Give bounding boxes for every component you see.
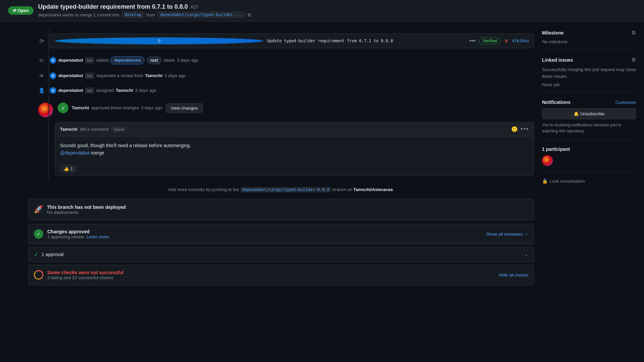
pr-title: Update typed-builder requirement from 0.… — [38, 3, 188, 10]
partial-circle-icon — [34, 270, 43, 280]
learn-more-link[interactable]: Learn more. — [87, 234, 110, 239]
approve-action: approved these changes — [91, 105, 139, 111]
milestone-title: Milestone — [542, 30, 564, 36]
dependabot-avatar-review: D — [50, 72, 56, 79]
approve-time: 3 days ago — [141, 105, 162, 111]
participant-avatar — [542, 155, 553, 166]
verified-badge: Verified — [479, 38, 501, 44]
eye-icon: 👁 — [39, 73, 44, 79]
notifications-section: Notifications Customize 🔔 Unsubscribe Yo… — [542, 100, 636, 140]
deploy-status-text: This branch has not been deployed No dep… — [47, 204, 126, 215]
comment-line2: @dependabot merge — [60, 149, 529, 157]
linked-issues-section: Linked issues ⚙ Successfully merging thi… — [542, 57, 636, 93]
push-period: . — [393, 187, 394, 192]
approve-check-icon: ✓ — [58, 103, 68, 113]
owner-badge: Owner — [111, 127, 127, 132]
review-action: requested a review from — [96, 72, 143, 79]
unsubscribe-button[interactable]: 🔔 Unsubscribe — [542, 108, 636, 119]
participants-title: 1 participant — [542, 146, 636, 152]
comment-merge-word: merge — [91, 150, 104, 156]
hide-all-checks-link[interactable]: Hide all checks — [499, 273, 528, 278]
lock-label: Lock conversation — [550, 179, 585, 184]
changes-approved-title: Changes approved — [47, 229, 482, 234]
milestone-gear-icon[interactable]: ⚙ — [631, 29, 636, 36]
checks-failing-row: Some checks were not successful 3 failin… — [28, 265, 534, 285]
notif-header: Notifications Customize — [542, 100, 636, 105]
deploy-title: This branch has not been deployed — [47, 204, 126, 210]
comment-footer: 👍 1 — [55, 162, 534, 175]
commit-row: ⟳ D Update typed-builder requirement fro… — [28, 29, 534, 52]
label-dependencies[interactable]: dependencies — [110, 56, 145, 64]
review-bot-badge: bot — [85, 73, 94, 79]
deploy-subtitle: No deployments — [47, 210, 126, 215]
label-icon: 🏷 — [39, 58, 44, 63]
review-author[interactable]: dependabot — [58, 72, 83, 79]
commit-block: D Update typed-builder requirement from … — [50, 34, 534, 48]
approved-check-icon: ✓ — [34, 229, 43, 239]
customize-link[interactable]: Customize — [615, 100, 636, 105]
dependabot-avatar-commit: D — [55, 37, 264, 45]
checks-failing-header: Some checks were not successful 3 failin… — [29, 265, 534, 285]
checks-failing-subtitle: 3 failing and 32 successful checks — [47, 275, 123, 280]
lock-icon: 🔒 — [542, 178, 548, 184]
commit-dots[interactable]: ••• — [469, 38, 476, 45]
chevron-down-icon[interactable]: ⌄ — [524, 252, 528, 257]
checks-failing-text: Some checks were not successful 3 failin… — [47, 270, 123, 280]
from-text: from — [147, 12, 155, 17]
changes-approved-subtitle: 1 approving review Learn more. — [47, 234, 482, 239]
label-time: 3 days ago — [177, 57, 199, 64]
approve-author[interactable]: Tamschi — [72, 105, 89, 111]
review-request-row: 👁 D dependabot bot requested a review fr… — [28, 68, 534, 83]
commit-hash[interactable]: 4fe24ea — [512, 39, 529, 43]
emoji-icon[interactable]: 🙂 — [511, 126, 518, 132]
changes-approved-row: ✓ Changes approved 1 approving review Le… — [28, 224, 534, 244]
assign-time: 3 days ago — [135, 87, 157, 94]
comment-action: left a comment — [80, 127, 109, 132]
rocket-icon: 🚀 — [34, 205, 43, 214]
thumbsup-reaction[interactable]: 👍 1 — [60, 165, 76, 173]
approve-text: Tamschi approved these changes 3 days ag… — [72, 105, 162, 111]
notifications-title: Notifications — [542, 100, 571, 105]
assign-author[interactable]: dependabot — [58, 87, 83, 94]
main-layout: ⟳ D Update typed-builder requirement fro… — [0, 21, 644, 297]
push-text-before: Add more commits by pushing to the — [168, 187, 239, 192]
push-branch[interactable]: dependabot/cargo/typed-builder-0.8.0 — [240, 187, 331, 192]
comment-mention[interactable]: @dependabot — [60, 150, 90, 156]
comment-author[interactable]: Tamschi — [60, 127, 77, 132]
copy-icon[interactable]: ⧉ — [248, 12, 251, 18]
review-request-text: dependabot bot requested a review from T… — [58, 72, 186, 79]
push-info: Add more commits by pushing to the depen… — [28, 180, 534, 195]
review-reviewer[interactable]: Tamschi — [145, 72, 162, 79]
changes-approved-header: ✓ Changes approved 1 approving review Le… — [29, 224, 534, 244]
lock-conversation[interactable]: 🔒 Lock conversation — [542, 178, 636, 184]
comment-body: Sounds good, though this'll need a rebas… — [55, 136, 534, 162]
comment-block: Tamschi left a comment Owner 🙂 ••• Sound… — [55, 122, 534, 176]
view-changes-button[interactable]: View changes — [166, 103, 203, 113]
open-badge: ⇄ Open — [8, 6, 34, 15]
label-rust[interactable]: rust — [147, 56, 162, 64]
linked-issues-title: Linked issues — [542, 57, 573, 63]
assign-action: assigned — [96, 87, 114, 94]
milestone-section: Milestone ⚙ No milestone — [542, 29, 636, 50]
assign-bot-badge: bot — [85, 87, 94, 94]
approval-check-icon: ✓ — [34, 251, 38, 258]
push-repo[interactable]: Tamschi/Asteracea — [353, 187, 393, 192]
linked-issues-gear-icon[interactable]: ⚙ — [631, 57, 636, 63]
label-word: labels — [164, 57, 175, 64]
sidebar: Milestone ⚙ No milestone Linked issues ⚙… — [542, 29, 636, 289]
more-options-icon[interactable]: ••• — [521, 126, 529, 133]
review-time: 3 days ago — [164, 72, 186, 79]
open-badge-label: ⇄ Open — [13, 8, 29, 13]
label-event-row: 🏷 D dependabot bot added dependencies ru… — [28, 52, 534, 68]
target-branch[interactable]: develop — [121, 12, 145, 18]
timeline: ⟳ D Update typed-builder requirement fro… — [28, 29, 534, 180]
label-author[interactable]: dependabot — [58, 57, 83, 64]
show-all-reviewers-link[interactable]: Show all reviewers → — [486, 232, 528, 237]
source-branch[interactable]: dependabot/cargo/typed-builder-... — [157, 12, 246, 18]
assign-assignee[interactable]: Tamschi — [116, 87, 133, 94]
merge-text: dependabot wants to merge 1 commit into — [38, 12, 119, 17]
approve-section: ✓ Tamschi approved these changes 3 days … — [28, 98, 534, 122]
deploy-status-box: 🚀 This branch has not been deployed No d… — [28, 199, 534, 221]
content-area: ⟳ D Update typed-builder requirement fro… — [8, 29, 534, 289]
participants-section: 1 participant — [542, 146, 636, 172]
